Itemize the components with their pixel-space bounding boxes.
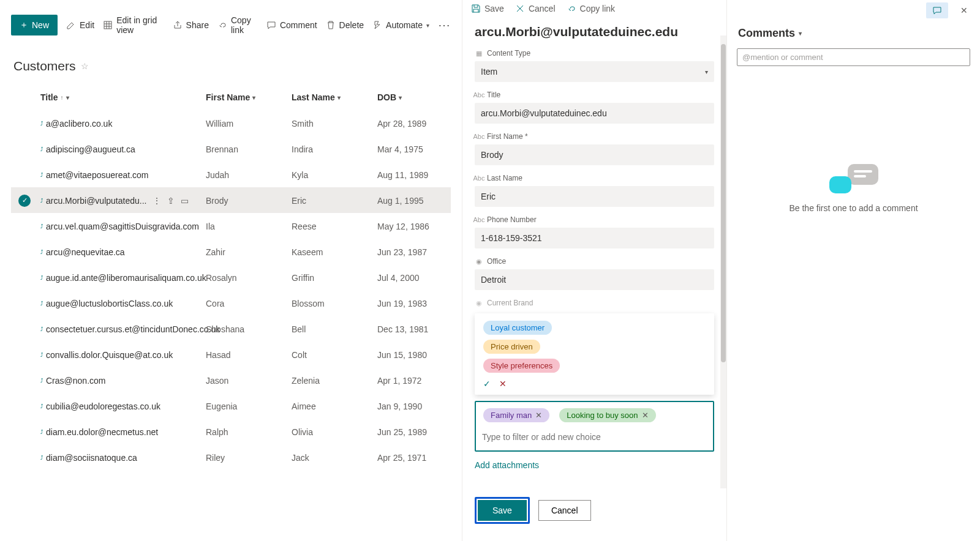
scrollbar-thumb[interactable] (721, 44, 726, 362)
cell-last-name: Eric (292, 196, 377, 206)
row-select[interactable] (18, 169, 31, 181)
cell-title[interactable]: ⤴arcu.Morbi@vulputatedu...⋮⇪▭ (40, 196, 206, 206)
row-select[interactable] (18, 220, 31, 233)
cell-title[interactable]: ⤴a@aclibero.co.uk (40, 119, 206, 129)
cell-title[interactable]: ⤴cubilia@eudoloregestas.co.uk (40, 401, 206, 411)
automate-button[interactable]: Automate ▾ (372, 20, 429, 30)
row-select[interactable]: ✓ (18, 195, 31, 207)
choice-option[interactable]: Style preferences (483, 359, 560, 373)
cell-title[interactable]: ⤴augue.id.ante@liberomaurisaliquam.co.uk (40, 273, 206, 283)
table-row[interactable]: ⤴diam.eu.dolor@necmetus.netRalphOliviaJu… (11, 419, 451, 444)
office-input[interactable]: Detroit (475, 269, 714, 290)
cell-title[interactable]: ⤴diam.eu.dolor@necmetus.net (40, 427, 206, 437)
chevron-down-icon: ▾ (705, 69, 708, 75)
table-row[interactable]: ⤴consectetuer.cursus.et@tinciduntDonec.c… (11, 316, 451, 341)
cancel-choice-button[interactable]: ✕ (499, 379, 507, 389)
table-row[interactable]: ⤴amet@vitaeposuereat.comJudahKylaAug 11,… (11, 162, 451, 187)
content-type-select[interactable]: Item▾ (475, 61, 714, 82)
row-select[interactable] (18, 400, 31, 412)
delete-button[interactable]: Delete (326, 20, 364, 30)
first-name-input[interactable]: Brody (475, 144, 714, 165)
table-row[interactable]: ✓⤴arcu.Morbi@vulputatedu...⋮⇪▭BrodyEricA… (11, 187, 451, 213)
panel-save-button[interactable]: Save (471, 4, 504, 13)
row-select[interactable] (18, 246, 31, 258)
choice-option[interactable]: Loyal customer (483, 321, 552, 335)
comments-input[interactable]: @mention or comment (737, 48, 970, 66)
row-select[interactable] (18, 375, 31, 387)
table-row[interactable]: ⤴diam@sociisnatoque.caRileyJackApr 25, 1… (11, 444, 451, 470)
row-comment-icon[interactable]: ▭ (181, 196, 189, 206)
table-row[interactable]: ⤴arcu@nequevitae.caZahirKaseemJun 23, 19… (11, 239, 451, 264)
table-row[interactable]: ⤴augue.id.ante@liberomaurisaliquam.co.uk… (11, 264, 451, 290)
share-button[interactable]: Share (173, 20, 209, 30)
col-title[interactable]: Title ↑ ▾ (40, 92, 206, 102)
add-attachments-link[interactable]: Add attachments (475, 460, 714, 470)
cell-title[interactable]: ⤴Cras@non.com (40, 376, 206, 386)
copy-link-button[interactable]: Copy link (217, 15, 258, 35)
confirm-choice-button[interactable]: ✓ (483, 379, 491, 389)
star-icon[interactable]: ☆ (81, 61, 89, 71)
choice-input[interactable]: Family man✕Looking to buy soon✕ (475, 401, 714, 452)
row-select[interactable] (18, 323, 31, 335)
remove-chip-icon[interactable]: ✕ (642, 411, 649, 420)
cell-title[interactable]: ⤴diam@sociisnatoque.ca (40, 453, 206, 463)
cell-first-name: Ralph (206, 427, 292, 437)
choice-filter-input[interactable] (481, 428, 708, 446)
row-select[interactable] (18, 349, 31, 361)
panel-copy-link-button[interactable]: Copy link (567, 4, 616, 13)
table-row[interactable]: ⤴cubilia@eudoloregestas.co.ukEugeniaAime… (11, 393, 451, 419)
phone-input[interactable]: 1-618-159-3521 (475, 228, 714, 248)
close-panel-button[interactable]: ✕ (953, 2, 975, 18)
cell-title[interactable]: ⤴convallis.dolor.Quisque@at.co.uk (40, 350, 206, 360)
row-select[interactable] (18, 297, 31, 310)
comments-toggle-icon[interactable] (926, 2, 948, 18)
table-row[interactable]: ⤴a@aclibero.co.ukWilliamSmithApr 28, 198… (11, 110, 451, 136)
col-dob[interactable]: DOB ▾ (377, 92, 451, 102)
link-indicator-icon: ⤴ (40, 300, 43, 307)
col-last-name[interactable]: Last Name ▾ (292, 92, 377, 102)
cell-dob: Jun 19, 1983 (377, 299, 451, 308)
table-row[interactable]: ⤴Cras@non.comJasonZeleniaApr 1, 1972 (11, 367, 451, 393)
row-share-icon[interactable]: ⇪ (167, 196, 175, 206)
row-select[interactable] (18, 118, 31, 130)
row-select[interactable] (18, 426, 31, 438)
row-select[interactable] (18, 272, 31, 284)
cell-title[interactable]: ⤴amet@vitaeposuereat.com (40, 170, 206, 180)
table-row[interactable]: ⤴adipiscing@augueut.caBrennanIndiraMar 4… (11, 136, 451, 162)
comment-button[interactable]: Comment (266, 20, 317, 30)
cell-title[interactable]: ⤴arcu@nequevitae.ca (40, 247, 206, 257)
cell-title[interactable]: ⤴arcu.vel.quam@sagittisDuisgravida.com (40, 222, 206, 231)
cell-first-name: Shoshana (206, 324, 292, 334)
new-button[interactable]: ＋ New (11, 15, 58, 35)
choice-option[interactable]: Price driven (483, 340, 540, 354)
panel-body[interactable]: arcu.Morbi@vulputateduinec.edu ▦Content … (462, 17, 726, 488)
cell-title[interactable]: ⤴consectetuer.cursus.et@tinciduntDonec.c… (40, 324, 206, 334)
selected-choice-chip[interactable]: Looking to buy soon✕ (559, 408, 655, 422)
table-row[interactable]: ⤴convallis.dolor.Quisque@at.co.ukHasadCo… (11, 341, 451, 367)
text-icon: Abc (475, 91, 483, 99)
link-indicator-icon: ⤴ (40, 146, 43, 152)
cell-dob: Dec 13, 1981 (377, 324, 451, 334)
col-first-name[interactable]: First Name ▾ (206, 92, 292, 102)
link-indicator-icon: ⤴ (40, 352, 43, 358)
table-row[interactable]: ⤴arcu.vel.quam@sagittisDuisgravida.comIl… (11, 213, 451, 239)
panel-scrollbar[interactable] (720, 35, 726, 488)
more-button[interactable]: ⋯ (438, 18, 451, 32)
cancel-button[interactable]: Cancel (538, 500, 591, 521)
edit-grid-button[interactable]: Edit in grid view (103, 15, 164, 35)
row-select[interactable] (18, 143, 31, 155)
edit-button[interactable]: Edit (66, 20, 94, 30)
last-name-input[interactable]: Eric (475, 186, 714, 207)
row-select[interactable] (18, 452, 31, 464)
row-more-icon[interactable]: ⋮ (153, 196, 161, 206)
selected-choice-chip[interactable]: Family man✕ (483, 408, 549, 422)
remove-chip-icon[interactable]: ✕ (535, 411, 542, 420)
cell-title[interactable]: ⤴adipiscing@augueut.ca (40, 144, 206, 154)
label-content-type: ▦Content Type (475, 49, 714, 58)
panel-cancel-button[interactable]: Cancel (515, 4, 556, 13)
title-input[interactable]: arcu.Morbi@vulputateduinec.edu (475, 103, 714, 124)
chevron-down-icon[interactable]: ▾ (799, 30, 802, 37)
save-button[interactable]: Save (478, 500, 527, 521)
cell-title[interactable]: ⤴augue@luctuslobortisClass.co.uk (40, 299, 206, 308)
table-row[interactable]: ⤴augue@luctuslobortisClass.co.ukCoraBlos… (11, 290, 451, 316)
